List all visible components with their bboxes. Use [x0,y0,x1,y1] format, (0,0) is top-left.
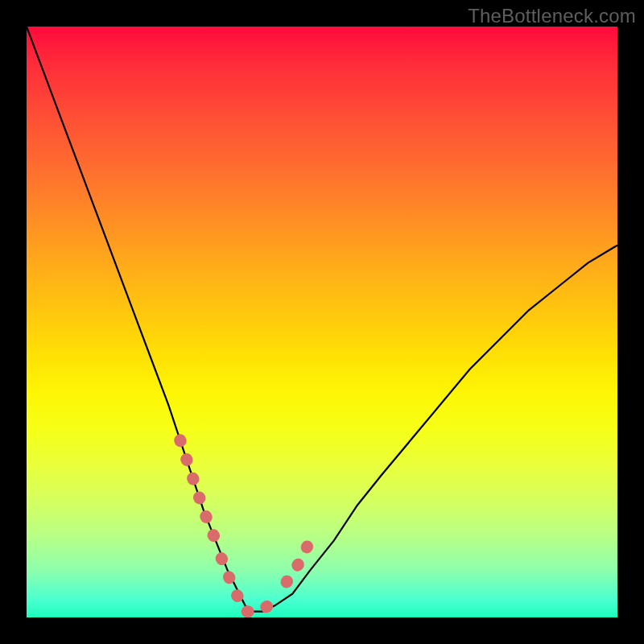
accent-markers [180,440,310,612]
plot-area [27,27,617,617]
bottleneck-curve-path [27,27,617,612]
chart-frame: TheBottleneck.com [0,0,644,644]
curve-svg [27,27,617,617]
accent-segment [221,559,280,612]
watermark-text: TheBottleneck.com [468,5,636,27]
